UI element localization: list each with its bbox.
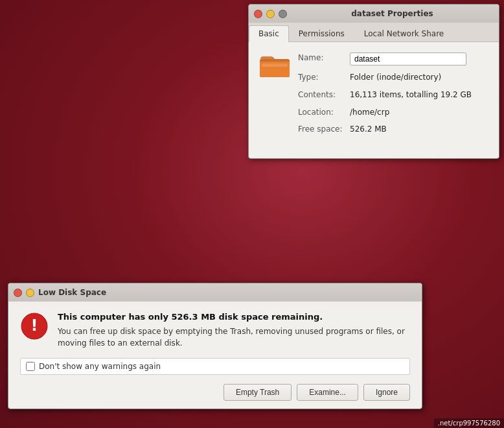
dialog-buttons: Empty Trash Examine... Ignore bbox=[20, 384, 410, 401]
free-space-row: Free space: 526.2 MB bbox=[298, 124, 488, 135]
dialog-close-button[interactable] bbox=[14, 289, 22, 297]
dataset-properties-window: dataset Properties Basic Permissions Loc… bbox=[248, 4, 499, 159]
ignore-button[interactable]: Ignore bbox=[363, 384, 410, 401]
location-value: /home/crp bbox=[350, 107, 488, 118]
type-label: Type: bbox=[298, 72, 350, 83]
no-warnings-label: Don't show any warnings again bbox=[39, 362, 161, 371]
type-value: Folder (inode/directory) bbox=[350, 72, 488, 83]
type-row: Type: Folder (inode/directory) bbox=[298, 72, 488, 83]
tab-local-network-share[interactable]: Local Network Share bbox=[354, 25, 453, 42]
no-warnings-checkbox[interactable] bbox=[26, 362, 35, 371]
svg-rect-2 bbox=[262, 64, 288, 67]
dialog-heading: This computer has only 526.3 MB disk spa… bbox=[58, 312, 410, 322]
minimize-button[interactable] bbox=[266, 10, 275, 18]
close-button[interactable] bbox=[254, 10, 262, 18]
location-label: Location: bbox=[298, 107, 350, 118]
dialog-minimize-button[interactable] bbox=[26, 289, 34, 297]
maximize-button[interactable] bbox=[279, 10, 287, 18]
dialog-title: Low Disk Space bbox=[38, 288, 106, 297]
low-disk-dialog: Low Disk Space ! This computer has only … bbox=[8, 283, 422, 409]
dialog-subtext: You can free up disk space by emptying t… bbox=[58, 326, 410, 349]
props-fields: Name: Type: Folder (inode/directory) Con… bbox=[298, 53, 488, 141]
dialog-text: This computer has only 526.3 MB disk spa… bbox=[58, 312, 410, 349]
dialog-body: ! This computer has only 526.3 MB disk s… bbox=[8, 302, 422, 409]
name-input[interactable] bbox=[350, 53, 466, 65]
location-row: Location: /home/crp bbox=[298, 107, 488, 118]
name-label: Name: bbox=[298, 53, 350, 65]
dataset-tabs: Basic Permissions Local Network Share bbox=[249, 23, 499, 42]
empty-trash-button[interactable]: Empty Trash bbox=[223, 384, 292, 401]
dialog-main: ! This computer has only 526.3 MB disk s… bbox=[20, 312, 410, 349]
free-space-value: 526.2 MB bbox=[350, 124, 488, 135]
tab-permissions[interactable]: Permissions bbox=[289, 25, 354, 42]
statusbar: .net/crp997576280 bbox=[434, 418, 504, 428]
properties-content: Name: Type: Folder (inode/directory) Con… bbox=[249, 42, 499, 158]
tab-basic[interactable]: Basic bbox=[249, 25, 289, 42]
examine-button[interactable]: Examine... bbox=[297, 384, 358, 401]
folder-header: Name: Type: Folder (inode/directory) Con… bbox=[259, 53, 488, 141]
error-icon: ! bbox=[20, 312, 49, 340]
contents-row: Contents: 16,113 items, totalling 19.2 G… bbox=[298, 89, 488, 101]
no-warnings-row[interactable]: Don't show any warnings again bbox=[20, 358, 410, 375]
dataset-window-titlebar: dataset Properties bbox=[249, 5, 499, 23]
folder-icon bbox=[259, 53, 290, 78]
dataset-window-title: dataset Properties bbox=[291, 9, 494, 18]
name-row: Name: bbox=[298, 53, 488, 65]
free-space-label: Free space: bbox=[298, 124, 350, 135]
contents-label: Contents: bbox=[298, 89, 350, 101]
dialog-titlebar: Low Disk Space bbox=[8, 283, 422, 302]
svg-text:!: ! bbox=[31, 316, 38, 335]
contents-value: 16,113 items, totalling 19.2 GB bbox=[350, 89, 488, 101]
